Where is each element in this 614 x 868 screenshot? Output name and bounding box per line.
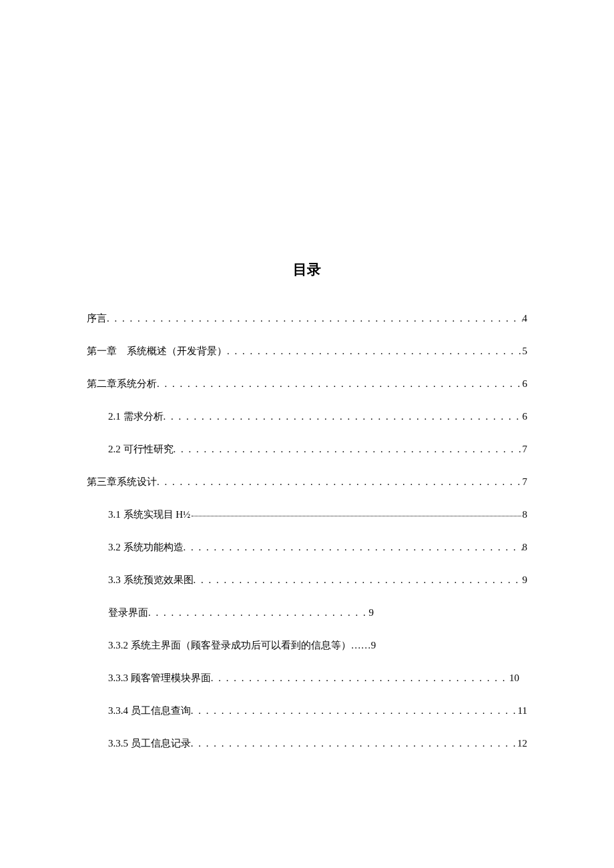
toc-entry: 第一章 系统概述（开发背景） 5 (87, 345, 527, 358)
toc-entry: 3.3.5 员工信息记录 12 (87, 737, 527, 750)
toc-label: 第一章 系统概述（开发背景） (87, 345, 227, 358)
toc-label: 3.3.3 顾客管理模块界面 (108, 672, 211, 685)
toc-page: 11 (518, 705, 527, 717)
toc-label: 第三章系统设计 (87, 476, 157, 488)
toc-page: 9 (523, 574, 528, 586)
toc-dots (184, 542, 523, 553)
toc-entry: 2.1 需求分析 6 (87, 410, 527, 423)
toc-page: 8 (523, 509, 528, 520)
toc-entry: 2.2 可行性研究 7 (87, 443, 527, 456)
toc-page: 7 (523, 444, 528, 455)
toc-dots (107, 313, 523, 324)
toc-entry: 3.3 系统预览效果图 9 (87, 574, 527, 586)
toc-page: 6 (523, 378, 528, 390)
toc-dots (164, 411, 523, 422)
toc-dots (191, 705, 518, 717)
toc-page: 10 (509, 673, 519, 684)
toc-label: 登录界面 (108, 606, 148, 619)
toc-dots (157, 378, 523, 390)
toc-page: 9 (369, 607, 374, 618)
toc-label: 3.3.5 员工信息记录 (108, 737, 191, 750)
toc-dots (174, 444, 523, 455)
document-page: 目录 序言 4 第一章 系统概述（开发背景） 5 第二章系统分析 6 2.1 需… (0, 0, 614, 750)
toc-label: 第二章系统分析 (87, 378, 157, 390)
toc-entry: 序言 4 (87, 312, 527, 325)
toc-label: 3.3.2 系统主界面（顾客登录成功后可以看到的信息等）……9 (108, 639, 376, 652)
toc-entry: 3.1 系统实现目 H½ 8 (87, 508, 527, 521)
toc-dots (148, 607, 369, 618)
toc-page: 5 (523, 346, 528, 357)
toc-dots (194, 574, 523, 586)
toc-label: 2.2 可行性研究 (108, 443, 174, 456)
toc-dots (191, 738, 517, 749)
toc-entry: 第三章系统设计 7 (87, 476, 527, 488)
toc-dots (157, 476, 523, 488)
toc-entry: 3.3.3 顾客管理模块界面 10 (87, 672, 519, 685)
toc-label: 序言 (87, 312, 107, 325)
toc-page: 12 (517, 738, 527, 749)
toc-dots (211, 673, 509, 684)
toc-label: 3.3.4 员工信息查询 (108, 705, 191, 717)
toc-label: 3.3 系统预览效果图 (108, 574, 194, 586)
toc-dots (192, 516, 521, 516)
toc-label: 3.1 系统实现目 H½ (108, 508, 190, 521)
toc-label: 3.2 系统功能构造 (108, 541, 184, 554)
toc-entry: 3.3.4 员工信息查询 11 (87, 705, 527, 717)
toc-page: 6 (523, 411, 528, 422)
toc-entry: 3.2 系统功能构造 8 (87, 541, 527, 554)
toc-dots (227, 346, 523, 357)
toc-entry: 登录界面 9 (87, 606, 374, 619)
toc-entry: 3.3.2 系统主界面（顾客登录成功后可以看到的信息等）……9 (87, 639, 527, 652)
toc-page: 4 (523, 313, 528, 324)
toc-page: 7 (523, 476, 528, 488)
toc-entry: 第二章系统分析 6 (87, 378, 527, 390)
toc-label: 2.1 需求分析 (108, 410, 164, 423)
toc-page: 8 (523, 542, 528, 553)
toc-title: 目录 (87, 260, 527, 279)
